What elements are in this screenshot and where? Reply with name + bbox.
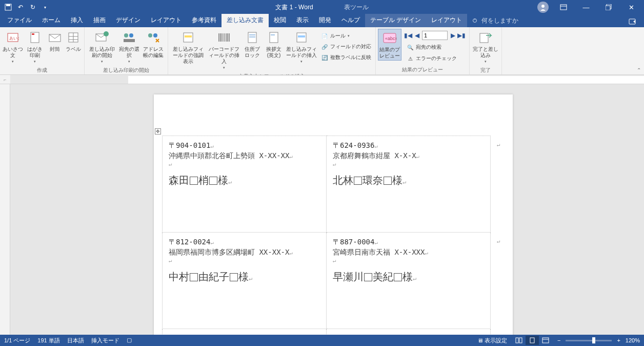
match-fields-button[interactable]: 🔗フィールドの対応 bbox=[319, 42, 373, 52]
redo-button[interactable]: ↻ bbox=[28, 2, 38, 12]
view-mode-buttons bbox=[512, 336, 552, 345]
undo-button[interactable]: ↶ bbox=[15, 2, 26, 12]
status-words[interactable]: 191 単語 bbox=[37, 337, 59, 344]
tab-file[interactable]: ファイル bbox=[2, 14, 37, 27]
tab-table-layout[interactable]: レイアウト bbox=[426, 14, 467, 27]
label-cell[interactable]: 〒812-0024↵ 福岡県福岡市博多区綱場町 XX-XX-X↵ ↵ 中村由紀子… bbox=[163, 233, 327, 329]
svg-point-23 bbox=[148, 33, 152, 37]
tab-help[interactable]: ヘルプ bbox=[336, 14, 365, 27]
update-icon: 🔄 bbox=[321, 54, 328, 61]
document-workspace: ⌐ ✥ 〒904-0101↵ 沖縄県中頭郡北谷町上勢頭 X-XX-XX↵ ↵ 森… bbox=[0, 75, 644, 335]
svg-rect-43 bbox=[480, 33, 488, 43]
table-move-handle[interactable]: ✥ bbox=[155, 128, 161, 134]
document-title: 文書 1 - Word bbox=[275, 3, 313, 12]
title-bar: ↶ ↻ ▾ 文書 1 - Word 表ツール — ✕ bbox=[0, 0, 644, 14]
svg-rect-46 bbox=[530, 338, 534, 343]
ribbon-group-start: 差し込み印刷の開始▾ 宛先の選択▾ アドレス帳の編集 差し込み印刷の開始 bbox=[85, 27, 168, 74]
address-block-button[interactable]: 住所ブロック bbox=[242, 29, 263, 60]
restore-button[interactable] bbox=[598, 0, 619, 14]
user-avatar[interactable] bbox=[537, 2, 549, 13]
label-button[interactable]: ラベル bbox=[65, 29, 82, 60]
display-settings-button[interactable]: 🖥 表示設定 bbox=[477, 337, 507, 344]
highlight-fields-button[interactable]: 差し込みフィールドの強調表示 bbox=[170, 29, 206, 66]
zoom-in-button[interactable]: + bbox=[617, 337, 620, 343]
horizontal-ruler bbox=[10, 75, 644, 84]
address-block-icon bbox=[247, 30, 257, 45]
check-errors-button[interactable]: ⚠エラーのチェック bbox=[405, 53, 465, 64]
label-cell[interactable]: 〒624-0936↵ 京都府舞鶴市紺屋 X-X-X↵ ↵ 北林環奈様↵ bbox=[327, 136, 491, 233]
svg-rect-12 bbox=[32, 33, 34, 35]
row-end: ↵ bbox=[491, 136, 507, 233]
label-cell[interactable]: 〒904-0101↵ 沖縄県中頭郡北谷町上勢頭 X-XX-XX↵ ↵ 森田梢様↵ bbox=[163, 136, 327, 233]
svg-rect-34 bbox=[248, 32, 256, 43]
last-record-button[interactable]: ▶▮ bbox=[458, 32, 465, 39]
postcard-print-button[interactable]: はがき印刷▾ bbox=[25, 29, 45, 66]
qat-customize-button[interactable]: ▾ bbox=[40, 2, 50, 12]
postcard-icon bbox=[29, 30, 41, 45]
svg-rect-45 bbox=[519, 338, 522, 343]
status-mode[interactable]: 挿入モード bbox=[91, 337, 119, 344]
svg-rect-47 bbox=[542, 338, 549, 343]
print-layout-button[interactable] bbox=[526, 336, 539, 345]
tab-references[interactable]: 参考資料 bbox=[187, 14, 222, 27]
tab-insert[interactable]: 挿入 bbox=[66, 14, 88, 27]
ribbon-display-button[interactable] bbox=[553, 0, 574, 14]
tell-me-search[interactable]: 何をしますか bbox=[467, 14, 524, 27]
svg-rect-37 bbox=[270, 32, 278, 43]
preview-results-button[interactable]: «abc» 結果のプレビュー bbox=[378, 29, 401, 61]
greeting-line-en-button[interactable]: 挨拶文 (英文) bbox=[264, 29, 284, 60]
zoom-level[interactable]: 120% bbox=[626, 337, 640, 343]
status-language[interactable]: 日本語 bbox=[67, 337, 84, 344]
record-number-input[interactable] bbox=[422, 31, 448, 40]
macro-record-icon[interactable]: ▢ bbox=[127, 337, 132, 344]
svg-rect-26 bbox=[185, 35, 192, 37]
tell-me-label: 何をしますか bbox=[481, 16, 518, 25]
barcode-field-button[interactable]: バーコードフィールドの挿入▾ bbox=[207, 29, 241, 72]
tab-design[interactable]: デザイン bbox=[111, 14, 146, 27]
tab-review[interactable]: 校閲 bbox=[269, 14, 291, 27]
greeting-icon: あいさつ bbox=[7, 30, 19, 45]
rules-icon: 📄 bbox=[321, 32, 328, 40]
tab-view[interactable]: 表示 bbox=[291, 14, 314, 27]
row-end: ↵ bbox=[491, 233, 507, 329]
save-button[interactable] bbox=[3, 2, 13, 12]
first-record-button[interactable]: ▮◀ bbox=[405, 32, 412, 39]
status-page[interactable]: 1/1 ページ bbox=[4, 337, 30, 344]
rules-button[interactable]: 📄ルール ▾ bbox=[319, 31, 373, 41]
collapse-ribbon-button[interactable]: ⌃ bbox=[637, 67, 641, 73]
zoom-slider[interactable] bbox=[566, 340, 612, 341]
group-label-start: 差し込み印刷の開始 bbox=[87, 66, 166, 75]
envelope-button[interactable]: 封筒 bbox=[46, 29, 64, 60]
edit-recipients-button[interactable]: アドレス帳の編集 bbox=[141, 29, 166, 60]
tab-home[interactable]: ホーム bbox=[37, 14, 66, 27]
status-bar: 1/1 ページ 191 単語 日本語 挿入モード ▢ 🖥 表示設定 − + 12… bbox=[0, 335, 644, 346]
read-mode-button[interactable] bbox=[512, 336, 526, 345]
close-button[interactable]: ✕ bbox=[620, 0, 642, 14]
web-layout-button[interactable] bbox=[539, 336, 552, 345]
label-cell[interactable]: 〒887-0004↵ 宮崎県日南市天福 X-X-XXX↵ ↵ 早瀬川美紀様↵ bbox=[327, 233, 491, 329]
insert-merge-field-button[interactable]: 差し込みフィールドの挿入▾ bbox=[285, 29, 318, 66]
label-cell[interactable]: 〒904-2153↵ bbox=[163, 329, 327, 335]
tab-table-design[interactable]: テーブル デザイン bbox=[365, 14, 426, 27]
tab-draw[interactable]: 描画 bbox=[88, 14, 111, 27]
tab-mailings[interactable]: 差し込み文書 bbox=[222, 14, 269, 27]
finish-merge-button[interactable]: 完了と差し込み▾ bbox=[472, 29, 499, 66]
document-scroll-area[interactable]: ✥ 〒904-0101↵ 沖縄県中頭郡北谷町上勢頭 X-XX-XX↵ ↵ 森田梢… bbox=[10, 84, 644, 335]
find-recipient-button[interactable]: 🔍宛先の検索 bbox=[405, 42, 465, 52]
edit-list-icon bbox=[147, 30, 160, 45]
select-recipients-button[interactable]: 宛先の選択▾ bbox=[118, 29, 140, 66]
minimize-button[interactable]: — bbox=[575, 0, 597, 14]
tab-developer[interactable]: 開発 bbox=[314, 14, 336, 27]
share-button[interactable] bbox=[621, 16, 644, 27]
label-cell[interactable]: 〒223-0059↵ bbox=[327, 329, 491, 335]
ribbon-group-create: あいさつ あいさつ文▾ はがき印刷▾ 封筒 ラベル 作成 bbox=[0, 27, 85, 74]
tab-layout[interactable]: レイアウト bbox=[146, 14, 187, 27]
next-record-button[interactable]: ▶ bbox=[449, 32, 456, 39]
group-label-create: 作成 bbox=[2, 66, 82, 75]
update-labels-button[interactable]: 🔄複数ラベルに反映 bbox=[319, 52, 373, 63]
prev-record-button[interactable]: ◀ bbox=[413, 32, 420, 39]
start-mail-merge-button[interactable]: 差し込み印刷の開始▾ bbox=[87, 29, 117, 66]
greeting-line-button[interactable]: あいさつ あいさつ文▾ bbox=[2, 29, 24, 66]
svg-point-20 bbox=[124, 33, 128, 37]
zoom-out-button[interactable]: − bbox=[557, 337, 560, 343]
